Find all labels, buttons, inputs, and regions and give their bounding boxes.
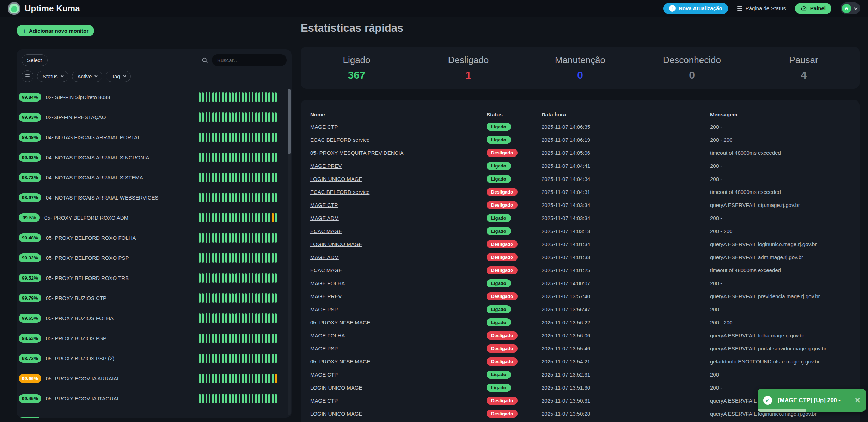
- monitor-link[interactable]: MAGE FOLHA: [310, 280, 345, 286]
- event-message: 200 - 200: [710, 137, 850, 143]
- monitor-link[interactable]: MAGE FOLHA: [310, 332, 345, 338]
- user-menu[interactable]: A: [841, 2, 860, 14]
- monitor-link[interactable]: ECAC MAGE: [310, 267, 342, 273]
- monitor-link[interactable]: MAGE CTP: [310, 398, 338, 404]
- event-datetime: 2025-11-07 14:04:41: [542, 163, 710, 169]
- monitor-link[interactable]: MAGE PSP: [310, 345, 338, 351]
- monitor-list-item[interactable]: 99.45%05- PROXY EGOV IA ITAGUAI: [19, 389, 289, 409]
- heartbeat-bar: [199, 374, 277, 383]
- event-message: queryA ESERVFAIL previdencia.mage.rj.gov…: [710, 293, 850, 299]
- uptime-badge: 99.93%: [19, 113, 41, 122]
- heartbeat-bar: [199, 133, 277, 142]
- monitor-list-item[interactable]: 99.84%02- SIP-FIN SipDireto 8038: [19, 87, 289, 107]
- event-datetime: 2025-11-07 14:05:06: [542, 150, 710, 156]
- stat-value: 367: [301, 69, 412, 81]
- stat-label: Desligado: [412, 55, 524, 66]
- stat-label: Ligado: [301, 55, 412, 66]
- event-datetime: 2025-11-07 13:56:06: [542, 332, 710, 338]
- event-datetime: 2025-11-07 14:01:25: [542, 267, 710, 273]
- monitor-link[interactable]: MAGE PREV: [310, 163, 342, 169]
- uptime-badge: 99.5%: [19, 213, 40, 222]
- event-message: 200 - 200: [710, 228, 850, 234]
- monitor-name: 05- PROXY BUZIOS PSP: [46, 335, 199, 341]
- event-datetime: 2025-11-07 14:04:34: [542, 176, 710, 182]
- monitor-list-item[interactable]: 99.93%04- NOTAS FISCAIS ARRAIAL SINCRONI…: [19, 147, 289, 167]
- close-icon[interactable]: ×: [855, 396, 860, 405]
- monitor-list-item[interactable]: 99.48%05- PROXY BELFORD ROXO FOLHA: [19, 228, 289, 248]
- top-navbar: Uptime Kuma ↑ Nova Atualização Página de…: [0, 0, 868, 17]
- status-page-link[interactable]: Página de Status: [737, 5, 786, 11]
- monitor-list-item[interactable]: 99.66%05- PROXY EGOV IA ARRAIAL: [19, 368, 289, 389]
- monitor-link[interactable]: LOGIN UNICO MAGE: [310, 241, 362, 247]
- event-datetime: 2025-11-07 14:03:34: [542, 215, 710, 221]
- monitor-link[interactable]: 05- PROXY NFSE MAGE: [310, 359, 371, 365]
- status-badge: Desligado: [487, 253, 518, 261]
- uptime-badge: 99.84%: [19, 93, 41, 102]
- monitor-link[interactable]: MAGE CTP: [310, 372, 338, 378]
- event-datetime: 2025-11-07 13:57:40: [542, 293, 710, 299]
- status-badge: Desligado: [487, 331, 518, 340]
- status-badge: Ligado: [487, 384, 511, 392]
- monitor-name: 05- PROXY BUZIOS PSP (2): [46, 355, 199, 361]
- monitor-link[interactable]: ECAC BELFORD service: [310, 137, 369, 143]
- uptime-badge: 99.65%: [19, 314, 41, 323]
- uptime-badge: 99.45%: [19, 394, 41, 403]
- event-datetime: 2025-11-07 13:52:31: [542, 372, 710, 378]
- status-filter-dropdown[interactable]: Status: [37, 71, 68, 82]
- monitor-link[interactable]: MAGE CTP: [310, 124, 338, 130]
- monitor-list-item[interactable]: 99.79%05- PROXY BUZIOS CTP: [19, 288, 289, 308]
- monitor-list-item[interactable]: 99.32%05- PROXY BELFORD ROXO PSP: [19, 248, 289, 268]
- event-message: 200 -: [710, 215, 850, 221]
- heartbeat-bar: [199, 193, 277, 202]
- monitor-list-item[interactable]: 98.73%04- NOTAS FISCAIS ARRAIAL SISTEMA: [19, 167, 289, 188]
- filter-icon-button[interactable]: [22, 70, 33, 82]
- monitor-list-item[interactable]: 98.97%04- NOTAS FISCAIS ARRAIAL WEBSERVI…: [19, 188, 289, 208]
- monitor-list-item[interactable]: 99.52%05- PROXY BELFORD ROXO TRB: [19, 268, 289, 288]
- monitor-list-item[interactable]: 99.49%04- NOTAS FISCAIS ARRAIAL PORTAL: [19, 127, 289, 147]
- add-monitor-button[interactable]: + Adicionar novo monitor: [17, 25, 94, 36]
- toast-message: [MAGE CTP] [Up] 200 -: [778, 397, 852, 404]
- monitor-link[interactable]: LOGIN UNICO MAGE: [310, 411, 362, 417]
- tag-filter-dropdown[interactable]: Tag: [106, 71, 130, 82]
- new-update-button[interactable]: ↑ Nova Atualização: [663, 3, 728, 14]
- uptime-badge: 98.73%: [19, 173, 41, 182]
- monitor-link[interactable]: ECAC BELFORD service: [310, 189, 369, 195]
- event-datetime: 2025-11-07 14:06:35: [542, 124, 710, 130]
- chevron-down-icon: [61, 74, 63, 77]
- status-badge: Desligado: [487, 410, 518, 418]
- event-message: queryA ESERVFAIL ctp.mage.rj.gov.br: [710, 202, 850, 208]
- monitor-list-item[interactable]: 99.93%02-SIP-FIN PRESTAÇÃO: [19, 107, 289, 127]
- monitor-list-item[interactable]: 98.72%05- PROXY BUZIOS PSP (2): [19, 348, 289, 368]
- monitor-list-item[interactable]: 99.65%05- PROXY BUZIOS FOLHA: [19, 308, 289, 328]
- monitor-list-item[interactable]: 99.5%05- PROXY BELFORD ROXO ADM: [19, 208, 289, 228]
- uptime-badge: 99.49%: [19, 133, 41, 142]
- status-badge: Desligado: [487, 292, 518, 300]
- monitor-link[interactable]: MAGE CTP: [310, 202, 338, 208]
- monitor-list: 99.84%02- SIP-FIN SipDireto 803899.93%02…: [17, 87, 292, 418]
- event-datetime: 2025-11-07 14:04:31: [542, 189, 710, 195]
- monitor-link[interactable]: MAGE PSP: [310, 306, 338, 312]
- stat-desconhecido: Desconhecido0: [636, 55, 748, 81]
- monitor-link[interactable]: MAGE PREV: [310, 293, 342, 299]
- monitor-link[interactable]: LOGIN UNICO MAGE: [310, 176, 362, 182]
- monitor-link[interactable]: MAGE ADM: [310, 254, 339, 260]
- stat-desligado: Desligado1: [412, 55, 524, 81]
- column-header-datetime: Data hora: [542, 111, 710, 117]
- heartbeat-bar: [199, 293, 277, 303]
- monitor-list-item[interactable]: [19, 409, 289, 418]
- sidebar-scrollbar-thumb[interactable]: [288, 89, 291, 154]
- dashboard-button[interactable]: Painel: [795, 3, 831, 14]
- monitor-name: 04- NOTAS FISCAIS ARRAIAL SISTEMA: [46, 175, 199, 181]
- select-button[interactable]: Select: [22, 54, 48, 66]
- stat-value: 0: [524, 69, 636, 81]
- monitor-link[interactable]: LOGIN UNICO MAGE: [310, 385, 362, 391]
- active-filter-dropdown[interactable]: Active: [72, 71, 103, 82]
- monitor-link[interactable]: 05- PROXY MESQUITA PREVIDENCIA: [310, 150, 404, 156]
- monitor-link[interactable]: ECAC MAGE: [310, 228, 342, 234]
- monitor-list-item[interactable]: 98.63%05- PROXY BUZIOS PSP: [19, 328, 289, 348]
- monitor-link[interactable]: 05- PROXY NFSE MAGE: [310, 319, 371, 325]
- event-message: getaddrinfo ENOTFOUND nfs-e.mage.rj.gov.…: [710, 359, 850, 365]
- monitor-link[interactable]: MAGE ADM: [310, 215, 339, 221]
- search-input[interactable]: [212, 54, 287, 66]
- quick-stats-card: Ligado367Desligado1Manutenção0Desconheci…: [301, 47, 860, 89]
